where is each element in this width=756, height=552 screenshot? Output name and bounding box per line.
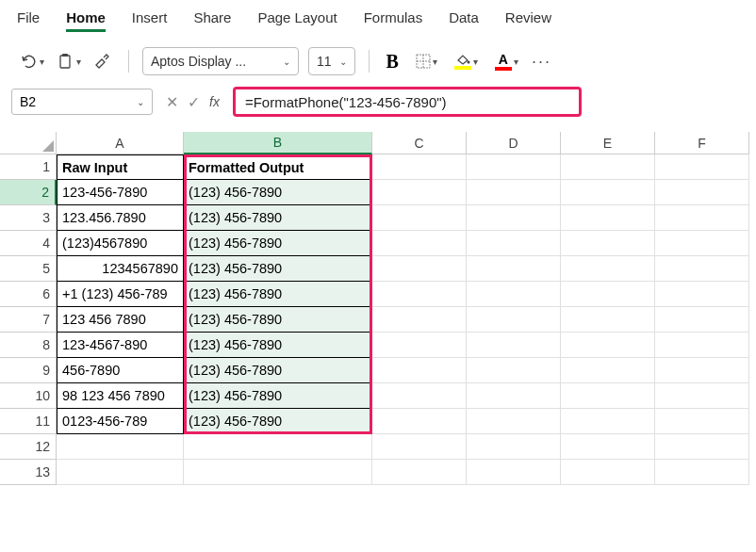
- bold-button[interactable]: B: [383, 48, 403, 75]
- cell[interactable]: 0123-456-789: [57, 409, 184, 434]
- row-header[interactable]: 8: [0, 333, 57, 358]
- row-header[interactable]: 12: [0, 434, 57, 460]
- row-header[interactable]: 11: [0, 409, 57, 434]
- row-header[interactable]: 6: [0, 282, 57, 307]
- font-name-select[interactable]: Aptos Display ... ⌄: [142, 47, 299, 75]
- cell[interactable]: [655, 409, 749, 434]
- cell[interactable]: [372, 231, 467, 256]
- cell[interactable]: (123) 456-7890: [184, 307, 372, 333]
- cell[interactable]: [655, 180, 749, 205]
- menu-insert[interactable]: Insert: [132, 9, 168, 32]
- more-options-button[interactable]: ···: [532, 52, 551, 72]
- cell[interactable]: [467, 180, 561, 205]
- cell[interactable]: [561, 205, 655, 231]
- cell[interactable]: [372, 256, 467, 282]
- cell[interactable]: (123) 456-7890: [184, 383, 372, 409]
- menu-review[interactable]: Review: [505, 9, 551, 32]
- cell[interactable]: [467, 307, 561, 333]
- cell[interactable]: [467, 333, 561, 358]
- row-header[interactable]: 2: [0, 180, 57, 205]
- cell[interactable]: [655, 307, 749, 333]
- cell[interactable]: [372, 358, 467, 383]
- cell[interactable]: 123-456-7890: [57, 180, 184, 205]
- spreadsheet-grid[interactable]: A B C D E F 1Raw InputFormatted Output21…: [0, 132, 756, 485]
- cell[interactable]: (123) 456-7890: [184, 409, 372, 434]
- cell[interactable]: [561, 460, 655, 485]
- menu-data[interactable]: Data: [449, 9, 479, 32]
- row-header[interactable]: 10: [0, 383, 57, 409]
- row-header[interactable]: 4: [0, 231, 57, 256]
- cell[interactable]: (123) 456-7890: [184, 231, 372, 256]
- cell[interactable]: (123)4567890: [57, 231, 184, 256]
- cell[interactable]: [372, 154, 467, 180]
- row-header[interactable]: 3: [0, 205, 57, 231]
- cell[interactable]: [561, 333, 655, 358]
- select-all-button[interactable]: [0, 132, 57, 154]
- cell[interactable]: [372, 409, 467, 434]
- menu-page-layout[interactable]: Page Layout: [257, 9, 337, 32]
- row-header[interactable]: 5: [0, 256, 57, 282]
- cell[interactable]: 123.456.7890: [57, 205, 184, 231]
- col-header-d[interactable]: D: [467, 132, 561, 154]
- col-header-a[interactable]: A: [57, 132, 184, 154]
- cell[interactable]: [655, 434, 749, 460]
- cell[interactable]: [561, 409, 655, 434]
- cell[interactable]: 1234567890: [57, 256, 184, 282]
- cell[interactable]: [655, 256, 749, 282]
- font-size-select[interactable]: 11 ⌄: [308, 47, 355, 75]
- cell[interactable]: [561, 256, 655, 282]
- cell[interactable]: Formatted Output: [184, 154, 372, 180]
- col-header-b[interactable]: B: [184, 132, 372, 154]
- cell[interactable]: [561, 180, 655, 205]
- col-header-e[interactable]: E: [561, 132, 655, 154]
- format-painter-button[interactable]: [89, 49, 115, 73]
- cell[interactable]: [561, 383, 655, 409]
- cell[interactable]: [57, 434, 184, 460]
- cell[interactable]: (123) 456-7890: [184, 205, 372, 231]
- cell[interactable]: [467, 383, 561, 409]
- cell[interactable]: [655, 358, 749, 383]
- menu-file[interactable]: File: [17, 9, 40, 32]
- cell[interactable]: [467, 205, 561, 231]
- cell[interactable]: [57, 460, 184, 485]
- cell[interactable]: +1 (123) 456-789: [57, 282, 184, 307]
- menu-share[interactable]: Share: [193, 9, 231, 32]
- cell[interactable]: (123) 456-7890: [184, 180, 372, 205]
- row-header[interactable]: 7: [0, 307, 57, 333]
- cell[interactable]: [372, 282, 467, 307]
- cell[interactable]: (123) 456-7890: [184, 358, 372, 383]
- cell[interactable]: [372, 180, 467, 205]
- cell[interactable]: (123) 456-7890: [184, 256, 372, 282]
- cell[interactable]: [655, 282, 749, 307]
- cell[interactable]: [467, 409, 561, 434]
- cell[interactable]: [467, 358, 561, 383]
- cell[interactable]: [467, 434, 561, 460]
- menu-formulas[interactable]: Formulas: [364, 9, 423, 32]
- paste-button[interactable]: ▾: [52, 49, 85, 73]
- cell[interactable]: [561, 358, 655, 383]
- cell[interactable]: [372, 307, 467, 333]
- cell[interactable]: [184, 460, 372, 485]
- undo-button[interactable]: ▾: [15, 49, 48, 73]
- cell[interactable]: [467, 460, 561, 485]
- fill-color-button[interactable]: ▾: [451, 51, 482, 73]
- col-header-f[interactable]: F: [655, 132, 749, 154]
- cell[interactable]: [655, 333, 749, 358]
- cell[interactable]: [655, 154, 749, 180]
- cell[interactable]: [561, 307, 655, 333]
- cell[interactable]: Raw Input: [57, 154, 184, 180]
- font-color-button[interactable]: A ▾: [491, 50, 522, 73]
- cell[interactable]: [372, 205, 467, 231]
- cell[interactable]: [561, 434, 655, 460]
- cell[interactable]: [467, 256, 561, 282]
- cell[interactable]: [655, 205, 749, 231]
- cell[interactable]: [467, 154, 561, 180]
- col-header-c[interactable]: C: [372, 132, 467, 154]
- cell[interactable]: [561, 154, 655, 180]
- cell[interactable]: 456-7890: [57, 358, 184, 383]
- cell[interactable]: [372, 333, 467, 358]
- cell[interactable]: [655, 460, 749, 485]
- cell[interactable]: (123) 456-7890: [184, 333, 372, 358]
- cell[interactable]: 98 123 456 7890: [57, 383, 184, 409]
- cell[interactable]: [467, 231, 561, 256]
